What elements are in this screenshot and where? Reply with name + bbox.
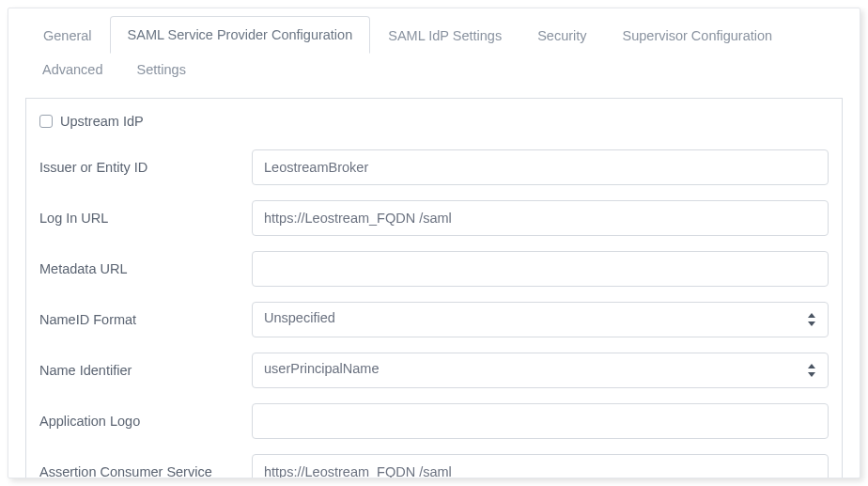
metadata-url-label: Metadata URL (39, 251, 237, 278)
tab-advanced[interactable]: Advanced (25, 53, 120, 86)
nameid-format-select[interactable]: Unspecified (252, 302, 829, 337)
login-url-row: Log In URL (39, 193, 829, 243)
application-logo-input[interactable] (252, 403, 829, 439)
tab-saml-idp-settings[interactable]: SAML IdP Settings (370, 17, 519, 54)
upstream-idp-label: Upstream IdP (60, 114, 144, 129)
metadata-url-row: Metadata URL (39, 243, 829, 294)
name-identifier-label: Name Identifier (39, 353, 237, 380)
acs-url-label: Assertion Consumer Service (ACS) URL (39, 454, 237, 478)
nameid-format-row: NameID Format Unspecified (39, 294, 829, 345)
tabs-row-primary: General SAML Service Provider Configurat… (8, 8, 860, 53)
application-logo-label: Application Logo (39, 403, 237, 431)
application-logo-row: Application Logo (39, 396, 829, 447)
metadata-url-input[interactable] (252, 251, 829, 287)
acs-url-row: Assertion Consumer Service (ACS) URL (39, 447, 829, 478)
issuer-entity-id-label: Issuer or Entity ID (39, 149, 237, 177)
acs-url-input[interactable] (252, 454, 829, 478)
name-identifier-row: Name Identifier userPrincipalName (39, 345, 829, 396)
login-url-input[interactable] (252, 200, 829, 236)
upstream-idp-row: Upstream IdP (39, 112, 829, 142)
login-url-label: Log In URL (39, 200, 237, 227)
form-content: Upstream IdP Issuer or Entity ID Log In … (25, 98, 843, 478)
tab-general[interactable]: General (25, 17, 110, 54)
tabs-row-secondary: Advanced Settings (8, 53, 860, 98)
upstream-idp-checkbox[interactable] (39, 115, 53, 128)
nameid-format-label: NameID Format (39, 302, 237, 329)
tab-supervisor-config[interactable]: Supervisor Configuration (605, 17, 791, 54)
tab-security[interactable]: Security (519, 17, 604, 54)
config-panel: General SAML Service Provider Configurat… (8, 8, 860, 478)
issuer-entity-id-row: Issuer or Entity ID (39, 142, 829, 193)
name-identifier-select[interactable]: userPrincipalName (252, 353, 829, 388)
issuer-entity-id-input[interactable] (252, 149, 829, 185)
tab-saml-sp-config[interactable]: SAML Service Provider Configuration (110, 16, 371, 54)
tab-settings[interactable]: Settings (120, 53, 203, 86)
